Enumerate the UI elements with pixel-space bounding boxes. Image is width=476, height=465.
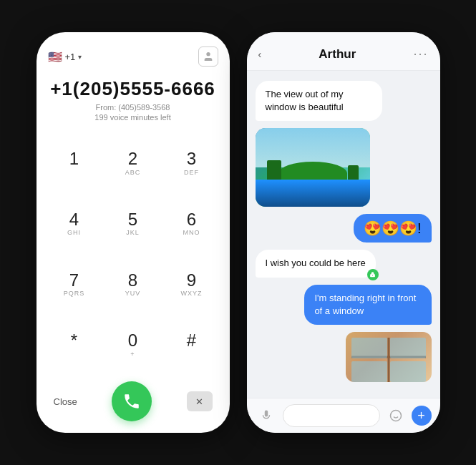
key-number: 8 xyxy=(128,271,137,290)
dialer-number: +1(205)5555-6666 xyxy=(48,78,218,100)
key-number: 2 xyxy=(128,150,137,168)
key-letters: JKL xyxy=(126,229,140,238)
contact-icon[interactable] xyxy=(198,46,218,67)
key-letters: PQRS xyxy=(64,290,85,298)
key-#[interactable]: # xyxy=(165,318,218,373)
key-number: 5 xyxy=(128,210,137,229)
message-input[interactable] xyxy=(283,404,380,427)
flag-selector[interactable]: 🇺🇸 +1 ▾ xyxy=(48,50,82,64)
incoming-bubble: The view out of my window is beautiful xyxy=(256,81,382,121)
key-2[interactable]: 2ABC xyxy=(107,136,160,191)
add-button[interactable]: + xyxy=(412,406,432,426)
message-row: The view out of my window is beautiful xyxy=(256,81,432,121)
key-number: 7 xyxy=(69,271,79,290)
svg-point-1 xyxy=(390,411,401,421)
key-number: 0 xyxy=(128,331,137,350)
lock-icon xyxy=(367,269,379,280)
window-frame xyxy=(351,338,426,382)
key-5[interactable]: 5JKL xyxy=(107,197,160,252)
msg-footer: + xyxy=(247,398,440,433)
emoji-button[interactable] xyxy=(386,406,406,426)
key-3[interactable]: 3DEF xyxy=(165,136,218,191)
messaging-phone: ‹ Arthur ··· The view out of my window i… xyxy=(247,32,440,433)
msg-header: ‹ Arthur ··· xyxy=(247,32,440,71)
dialer-bottom: Close ✕ xyxy=(48,381,218,421)
msg-panel: ‹ Arthur ··· The view out of my window i… xyxy=(247,32,440,433)
outgoing-message-row: I'm standing right in front of a window xyxy=(256,285,432,325)
key-4[interactable]: 4GHI xyxy=(48,197,101,252)
back-button[interactable]: ‹ xyxy=(258,49,262,60)
close-button[interactable]: Close xyxy=(54,396,77,407)
key-letters: YUV xyxy=(125,290,141,298)
key-9[interactable]: 9WXYZ xyxy=(165,258,218,313)
window-photo-bubble xyxy=(346,332,432,382)
key-number: 9 xyxy=(187,271,196,290)
mic-button[interactable] xyxy=(256,405,277,426)
dialer-panel: 🇺🇸 +1 ▾ +1(205)5555-6666 From: (405)589-… xyxy=(37,32,230,433)
dialer-minutes: 199 voice minutes left xyxy=(48,113,218,122)
key-number: 1 xyxy=(69,150,79,168)
message-list: The view out of my window is beautiful xyxy=(247,71,440,398)
key-8[interactable]: 8YUV xyxy=(107,258,160,313)
key-number: 6 xyxy=(187,210,196,229)
call-button[interactable] xyxy=(112,381,152,421)
key-number: 4 xyxy=(69,210,79,229)
key-number: * xyxy=(71,331,77,350)
outgoing-bubble: I'm standing right in front of a window xyxy=(304,285,431,325)
image-bubble xyxy=(256,128,370,207)
phones-container: 🇺🇸 +1 ▾ +1(205)5555-6666 From: (405)589-… xyxy=(37,32,440,433)
key-letters: GHI xyxy=(67,229,81,238)
incoming-bubble-2: I wish you could be here xyxy=(256,250,376,277)
back-icon: ‹ xyxy=(258,49,262,60)
dialer-from: From: (405)589-3568 xyxy=(48,103,218,112)
message-text: I wish you could be here xyxy=(266,258,366,268)
key-letters: WXYZ xyxy=(181,290,203,298)
key-letters: DEF xyxy=(184,169,199,177)
emoji-text: 😍😍😍! xyxy=(364,220,422,236)
key-1[interactable]: 1 xyxy=(48,136,101,191)
chevron-down-icon: ▾ xyxy=(78,53,82,61)
key-number: 3 xyxy=(187,150,196,168)
image-message-row xyxy=(256,128,432,207)
key-letters: ABC xyxy=(125,169,141,177)
key-number: # xyxy=(187,331,196,350)
message-text: The view out of my window is beautiful xyxy=(266,89,344,112)
key-0[interactable]: 0+ xyxy=(107,318,160,373)
window-image-row xyxy=(256,332,432,382)
country-code: +1 xyxy=(65,52,76,62)
key-7[interactable]: 7PQRS xyxy=(48,258,101,313)
message-text: I'm standing right in front of a window xyxy=(314,293,416,316)
emoji-bubble: 😍😍😍! xyxy=(354,214,432,243)
contact-name: Arthur xyxy=(319,47,356,62)
delete-button[interactable]: ✕ xyxy=(187,391,213,411)
keypad: 12ABC3DEF4GHI5JKL6MNO7PQRS8YUV9WXYZ*0+# xyxy=(48,136,218,373)
incoming-message-row-2: I wish you could be here xyxy=(256,250,432,277)
key-letters: + xyxy=(130,351,135,359)
svg-point-0 xyxy=(206,52,210,56)
emoji-message-row: 😍😍😍! xyxy=(256,214,432,243)
key-*[interactable]: * xyxy=(48,318,101,373)
key-6[interactable]: 6MNO xyxy=(165,197,218,252)
dialer-phone: 🇺🇸 +1 ▾ +1(205)5555-6666 From: (405)589-… xyxy=(37,32,230,433)
more-options-button[interactable]: ··· xyxy=(413,46,428,62)
key-letters: MNO xyxy=(183,229,200,238)
flag-emoji: 🇺🇸 xyxy=(48,50,62,64)
dialer-top-bar: 🇺🇸 +1 ▾ xyxy=(48,46,218,67)
